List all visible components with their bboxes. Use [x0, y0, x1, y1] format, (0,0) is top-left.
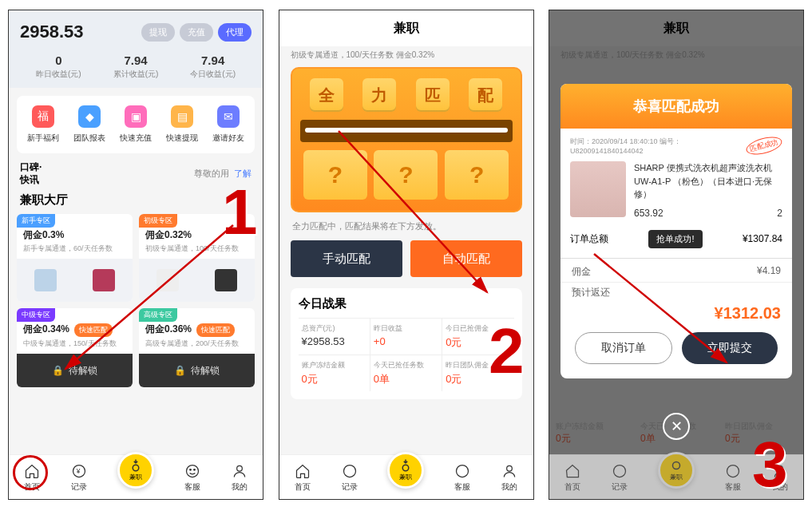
- hero-char: 匹: [416, 78, 450, 112]
- svg-point-5: [193, 469, 195, 470]
- svg-point-2: [133, 465, 139, 471]
- lock-icon: 🔒: [52, 365, 64, 376]
- nav-home[interactable]: 首页: [294, 462, 311, 493]
- menu-deposit[interactable]: ▣快速充值: [120, 105, 152, 144]
- nav-mine[interactable]: 我的: [231, 462, 248, 493]
- nav-record[interactable]: 记录: [611, 462, 628, 493]
- menu-withdraw[interactable]: ▤快速提现: [166, 105, 198, 144]
- screen-3: 兼职 初级专属通道，100/天任务数 佣金0.32% 账户冻结金额0元 今天已抢…: [549, 10, 804, 500]
- hero-char: 全: [310, 78, 343, 112]
- bottom-nav: 首页 记录 兼职 客服 我的: [279, 454, 533, 499]
- auto-match-button[interactable]: 自动匹配: [410, 240, 522, 277]
- nav-service[interactable]: 客服: [184, 462, 201, 493]
- deposit-pill[interactable]: 充值: [180, 23, 213, 42]
- brand-bar: 口碑·快讯 尊敬的用了解: [20, 161, 252, 186]
- stat-today: 7.94今日收益(元): [190, 53, 236, 80]
- product-title: SHARP 便携式洗衣机超声波洗衣机 UW-A1-P （粉色）（日本进口·无保修…: [634, 161, 782, 201]
- product-qty: 2: [777, 206, 782, 220]
- match-hero: 全 力 匹 配 ? ? ?: [291, 67, 522, 212]
- withdraw-pill[interactable]: 提现: [141, 23, 175, 42]
- modal-title: 恭喜匹配成功: [560, 84, 792, 129]
- stat-yesterday: 0昨日收益(元): [36, 53, 81, 80]
- balance-amount: 2958.53: [20, 22, 84, 42]
- card-high[interactable]: 高级专区 佣金0.36%快速匹配高级专属通道，200/天任务数 🔒待解锁: [139, 308, 255, 387]
- close-modal-button[interactable]: ✕: [663, 413, 690, 440]
- menu-welfare[interactable]: 福新手福利: [27, 105, 59, 144]
- hero-char: 力: [362, 78, 396, 112]
- order-total-value: ¥1307.84: [743, 233, 782, 244]
- menu-team[interactable]: ◆团队报表: [73, 105, 105, 144]
- nav-center[interactable]: 兼职: [658, 452, 695, 489]
- svg-point-12: [672, 462, 679, 469]
- order-total-label: 订单总额: [570, 232, 608, 246]
- lock-bar: 🔒待解锁: [139, 354, 255, 387]
- product-price: 653.92: [634, 206, 663, 220]
- product-row: SHARP 便携式洗衣机超声波洗衣机 UW-A1-P （粉色）（日本进口·无保修…: [560, 155, 792, 227]
- lock-bar: 🔒待解锁: [17, 354, 133, 387]
- slot-bar: [300, 120, 513, 142]
- question-box: ?: [445, 150, 509, 200]
- hero-char: 配: [469, 78, 502, 112]
- svg-point-9: [457, 465, 469, 477]
- agent-pill[interactable]: 代理: [218, 23, 252, 42]
- nav-center[interactable]: 兼职: [387, 452, 424, 489]
- screen-1: 2958.53 提现 充值 代理 0昨日收益(元) 7.94累计收益(元) 7.…: [8, 10, 263, 500]
- grab-success-badge: 抢单成功!: [648, 230, 702, 248]
- svg-point-13: [727, 465, 739, 477]
- annotation-circle: [13, 455, 48, 490]
- card-newbie[interactable]: 新手专区 佣金0.3%新手专属通道，60/天任务数: [17, 214, 133, 302]
- nav-mine[interactable]: 我的: [501, 462, 518, 493]
- svg-text:¥: ¥: [76, 467, 81, 475]
- product-image: [570, 161, 626, 217]
- svg-point-8: [403, 465, 410, 471]
- nav-record[interactable]: 记录: [341, 462, 358, 493]
- question-box: ?: [303, 150, 367, 200]
- svg-point-4: [189, 469, 191, 470]
- nav-record[interactable]: ¥记录: [70, 462, 88, 493]
- match-note: 全力匹配中，匹配结果将在下方发放。: [292, 220, 521, 232]
- quick-menu: 福新手福利 ◆团队报表 ▣快速充值 ▤快速提现 ✉邀请好友: [17, 96, 255, 153]
- order-meta: 时间：2020/09/14 18:40:10 编号： U820091418401…: [560, 129, 792, 155]
- stat-total: 7.94累计收益(元): [113, 53, 159, 80]
- hall-title: 兼职大厅: [20, 192, 252, 208]
- nav-service[interactable]: 客服: [724, 462, 742, 493]
- cancel-order-button[interactable]: 取消订单: [575, 332, 672, 364]
- nav-service[interactable]: 客服: [454, 462, 471, 493]
- annotation-step-2: 2: [489, 315, 525, 388]
- annotation-step-3: 3: [752, 428, 788, 501]
- annotation-step-1: 1: [222, 176, 258, 249]
- match-success-modal: 恭喜匹配成功 时间：2020/09/14 18:40:10 编号： U82009…: [560, 84, 792, 378]
- expected-return: ¥1312.03: [560, 303, 792, 332]
- svg-point-3: [186, 465, 198, 477]
- nav-center[interactable]: 兼职: [117, 452, 154, 489]
- manual-match-button[interactable]: 手动匹配: [291, 240, 402, 277]
- lock-icon: 🔒: [174, 365, 186, 376]
- svg-point-11: [614, 465, 626, 477]
- svg-point-10: [507, 465, 513, 471]
- svg-point-6: [236, 465, 242, 471]
- screen-2: 兼职 初级专属通道，100/天任务数 佣金0.32% 全 力 匹 配 ? ? ?…: [279, 10, 534, 500]
- channel-desc: 初级专属通道，100/天任务数 佣金0.32%: [279, 50, 533, 61]
- question-box: ?: [374, 150, 438, 200]
- page-title: 兼职: [279, 10, 533, 46]
- svg-point-7: [343, 465, 355, 477]
- balance-panel: 2958.53 提现 充值 代理 0昨日收益(元) 7.94累计收益(元) 7.…: [9, 10, 263, 88]
- card-mid[interactable]: 中级专区 佣金0.34%快速匹配中级专属通道，150/天任务数 🔒待解锁: [17, 308, 133, 387]
- today-result: 今日战果 总资产(元)¥2958.53 昨日收益+0 今日已抢佣金0元 账户冻结…: [291, 288, 522, 399]
- menu-invite[interactable]: ✉邀请好友: [212, 105, 244, 144]
- submit-order-button[interactable]: 立即提交: [682, 332, 778, 364]
- nav-home[interactable]: 首页: [564, 462, 581, 493]
